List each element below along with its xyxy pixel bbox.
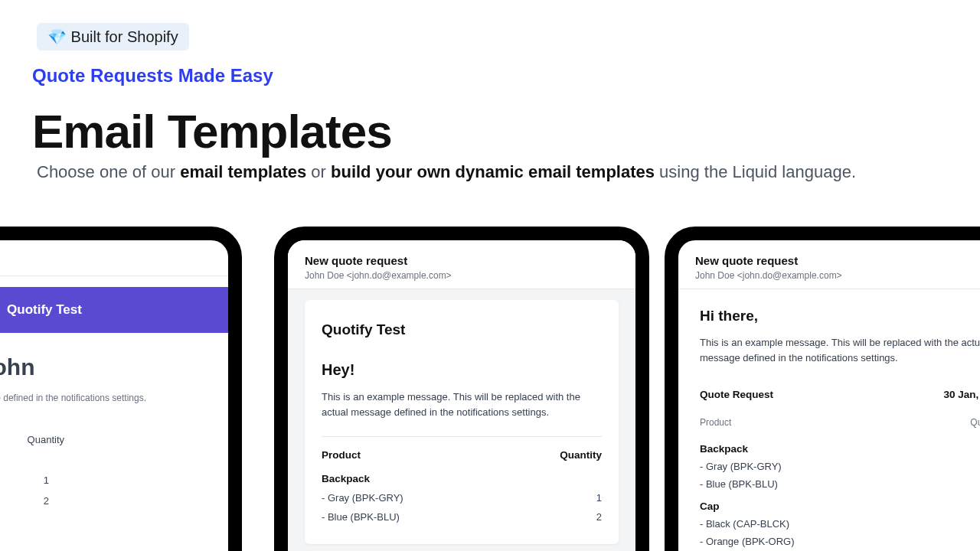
quote-date: 30 Jan, 2024 <box>943 389 980 400</box>
sub-text: using the Liquid language. <box>655 162 856 181</box>
email-template-preview-2: New quote request John Doe <john.do@exam… <box>274 227 649 551</box>
table-header-quantity: Quantity <box>560 449 602 461</box>
product-group: Cap <box>700 500 980 512</box>
email-template-preview-3: New quote request John Doe <john.do@exam… <box>665 227 980 551</box>
email-card: Quotify Test Hey! This is an example mes… <box>305 300 619 544</box>
divider <box>322 436 602 437</box>
table-row: ) 2 <box>0 491 210 511</box>
sub-bold-1: email templates <box>180 162 306 181</box>
product-qty: 2 <box>596 511 602 523</box>
sub-bold-2: build your own dynamic email templates <box>331 162 655 181</box>
email-from: John Doe <john.do@example.com> <box>305 270 619 281</box>
email-greeting: Hi there, <box>700 308 980 324</box>
email-message: This is an example message. This will be… <box>322 390 602 419</box>
divider <box>288 289 635 289</box>
email-greeting: Hey John <box>0 354 210 380</box>
email-title: Quotify Test <box>322 321 602 338</box>
product-qty: 2 <box>44 495 49 507</box>
email-from: ple.com> <box>0 257 211 268</box>
table-row: - Gray (BPK-GRY) 1 <box>322 492 602 504</box>
email-template-preview-1: ple.com> Quotify Test Hey John essage. T… <box>0 227 242 551</box>
product-name: - Gray (BPK-GRY) <box>700 461 782 472</box>
product-name: - Orange (BPK-ORG) <box>700 536 795 547</box>
email-header: New quote request John Doe <john.do@exam… <box>678 240 980 289</box>
divider <box>0 276 228 276</box>
product-name: - Blue (BPK-BLU) <box>322 511 400 523</box>
product-group: Backpack <box>700 443 980 455</box>
table-row: - Gray (BPK-GRY) 1 <box>700 461 980 472</box>
email-subject: New quote request <box>695 254 980 267</box>
table-row: - Blue (BPK-BLU) 2 <box>700 478 980 490</box>
table-row: - Black (CAP-BLCK) 2 <box>700 518 980 530</box>
email-header: New quote request John Doe <john.do@exam… <box>288 240 635 289</box>
product-name: - Black (CAP-BLCK) <box>700 518 789 530</box>
email-message: This is an example message. This will be… <box>700 335 980 366</box>
built-for-shopify-badge: 💎 Built for Shopify <box>37 23 189 51</box>
table-row: - Blue (BPK-BLU) 2 <box>322 511 602 523</box>
product-name: - Gray (BPK-GRY) <box>322 492 403 504</box>
table-header-quantity: Quantity <box>970 417 980 428</box>
table-header-product: Product <box>700 417 731 428</box>
email-body: Hey John essage. This will be replaced w… <box>0 333 228 511</box>
tagline: Quote Requests Made Easy <box>32 65 273 86</box>
email-greeting: Hey! <box>322 361 602 379</box>
table-row: - Orange (BPK-ORG) 1 <box>700 536 980 547</box>
table-row: ) 1 <box>0 470 210 491</box>
product-qty: 1 <box>596 492 602 504</box>
page-title: Email Templates <box>32 104 392 158</box>
email-body: Hi there, This is an example message. Th… <box>678 289 980 547</box>
email-message: essage. This will be replaced with the a… <box>0 393 210 403</box>
table-header-product: Product <box>322 449 361 461</box>
sub-text: or <box>306 162 331 181</box>
email-subject: New quote request <box>305 254 619 267</box>
product-group: Backpack <box>322 473 602 484</box>
sub-text: Choose one of our <box>37 162 180 181</box>
email-header: ple.com> <box>0 240 228 276</box>
product-qty: 1 <box>44 474 49 486</box>
product-name: - Blue (BPK-BLU) <box>700 478 778 490</box>
email-banner: Quotify Test <box>0 287 228 333</box>
quote-request-label: Quote Request <box>700 389 773 400</box>
page-subtitle: Choose one of our email templates or bui… <box>37 162 856 182</box>
email-from: John Doe <john.do@example.com> <box>695 270 980 281</box>
table-header-quantity: Quantity <box>28 434 64 445</box>
